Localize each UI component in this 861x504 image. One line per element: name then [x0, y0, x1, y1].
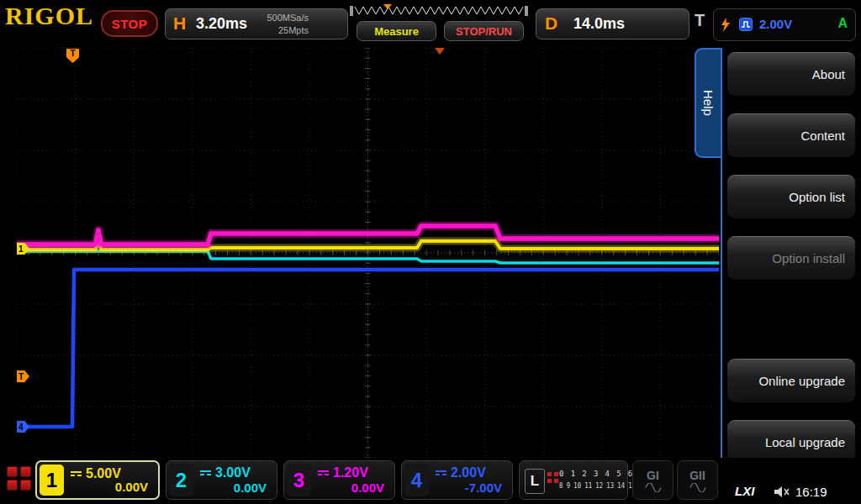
coupling-dc-icon	[436, 470, 446, 475]
trigger-slope-icon	[721, 18, 731, 32]
sine-wave-icon	[645, 483, 662, 492]
horizontal-label: H	[173, 13, 186, 34]
menu-item-2[interactable]: Option list	[727, 175, 855, 218]
channel-4-number: 4	[404, 464, 429, 496]
trigger-level-value: 2.00V	[759, 17, 792, 31]
horizontal-scale-block[interactable]: H 3.20ms 500MSa/s 25Mpts	[165, 8, 348, 39]
menu-grid-icon[interactable]	[7, 466, 31, 491]
menu-item-0[interactable]: About	[727, 52, 855, 96]
channel-4-offset: -7.00V	[465, 480, 502, 495]
logic-status-indicator	[547, 472, 558, 489]
waveform-display[interactable]: 1T4T	[17, 48, 719, 458]
channel-4-scale: 2.00V	[451, 465, 486, 480]
digital-channels-row2: 8 9 10 11 12 13 14 15	[559, 481, 636, 490]
trigger-label: T	[695, 11, 705, 30]
bottom-status-bar: 1 5.00V 0.00V 2 3.00V 0.00V 3 1.20V 0.00…	[0, 458, 861, 504]
trigger-status-block[interactable]: 2.00V A	[713, 8, 856, 41]
delay-block[interactable]: D 14.0ms	[536, 8, 689, 39]
channel-block-4[interactable]: 4 2.00V -7.00V	[401, 460, 513, 500]
coupling-dc-icon	[71, 471, 82, 476]
trigger-type-icon	[739, 18, 753, 31]
menu-item-4[interactable]: Online upgrade	[727, 359, 855, 402]
channel-3-number: 3	[287, 464, 311, 496]
oscilloscope-screen: RIGOL STOP H 3.20ms 500MSa/s 25Mpts Meas…	[0, 0, 861, 504]
channel-block-3[interactable]: 3 1.20V 0.00V	[283, 460, 395, 500]
delay-value: 14.0ms	[573, 15, 625, 33]
channel-block-1[interactable]: 1 5.00V 0.00V	[35, 460, 160, 500]
menu-item-1[interactable]: Content	[727, 113, 855, 157]
generator-2-block[interactable]: GII	[677, 460, 718, 500]
menu-item-3[interactable]: Option install	[727, 236, 855, 280]
channel-3-offset: 0.00V	[351, 480, 384, 495]
lxi-indicator: LXI	[735, 484, 754, 498]
speaker-muted-icon[interactable]	[774, 486, 790, 498]
measure-button[interactable]: Measure	[357, 21, 436, 41]
generator-2-label: GII	[689, 469, 705, 482]
channel-2-number: 2	[169, 464, 193, 496]
coupling-dc-icon	[318, 470, 329, 475]
logic-analyzer-block[interactable]: L 0 1 2 3 4 5 6 7 8 9 10 11 12 13 14 15	[519, 460, 628, 500]
trigger-sweep-mode: A	[837, 16, 848, 31]
memory-position-bar[interactable]	[350, 3, 528, 18]
channel-3-scale: 1.20V	[333, 465, 368, 480]
channel-block-2[interactable]: 2 3.00V 0.00V	[166, 460, 277, 500]
memory-depth: 25Mpts	[278, 25, 309, 35]
channel-2-scale: 3.00V	[215, 465, 251, 480]
menu-edge-line	[721, 48, 722, 470]
logic-label: L	[525, 469, 545, 494]
horizontal-scale-value: 3.20ms	[196, 15, 247, 33]
sine-wave-icon	[689, 483, 706, 492]
stop-run-button[interactable]: STOP/RUN	[444, 21, 524, 41]
generator-1-label: GI	[647, 469, 659, 482]
help-menu-panel: Help About Content Option list Option in…	[693, 48, 861, 470]
coupling-dc-icon	[200, 470, 211, 475]
channel-1-offset: 0.00V	[115, 480, 148, 494]
channel-1-number: 1	[40, 465, 64, 496]
channel-2-offset: 0.00V	[234, 480, 267, 495]
clock: 16:19	[795, 485, 827, 499]
help-menu-tab[interactable]: Help	[695, 48, 721, 158]
generator-1-block[interactable]: GI	[632, 460, 673, 500]
run-status-badge: STOP	[101, 10, 158, 37]
acquisition-info: 500MSa/s 25Mpts	[255, 12, 309, 37]
delay-label: D	[545, 13, 557, 34]
sample-rate: 500MSa/s	[267, 13, 309, 23]
graticule	[17, 48, 719, 458]
rigol-logo: RIGOL	[5, 2, 93, 30]
